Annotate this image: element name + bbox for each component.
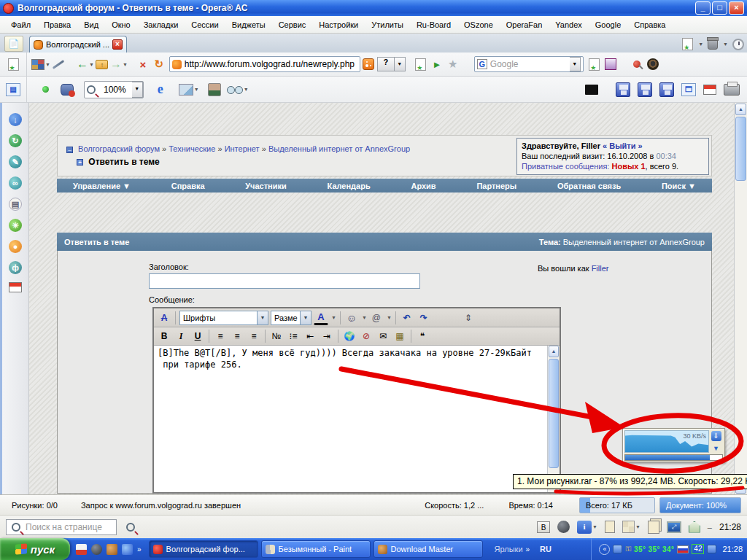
- new-page-icon[interactable]: 📄: [4, 36, 23, 52]
- align-center-icon[interactable]: ≡: [230, 329, 244, 343]
- menu-view[interactable]: Вид: [77, 18, 105, 31]
- panel-bookmark-icon[interactable]: [8, 58, 19, 71]
- ie-icon[interactable]: e: [152, 82, 169, 98]
- menu-help[interactable]: Справка: [627, 18, 672, 31]
- window-help-icon[interactable]: 🗔: [681, 83, 696, 96]
- offline-globe-icon[interactable]: [557, 521, 570, 533]
- panel-toggle-icon[interactable]: [703, 85, 716, 95]
- smiley-icon[interactable]: ☺: [344, 311, 359, 325]
- images-mode-icon[interactable]: ▼: [179, 82, 199, 98]
- home-icon[interactable]: [689, 521, 700, 533]
- editor-scrollbar[interactable]: ▲: [547, 346, 560, 492]
- underline-icon[interactable]: U: [190, 329, 205, 343]
- tray-monitor-icon[interactable]: [707, 545, 716, 553]
- font-color-icon[interactable]: A: [314, 311, 328, 325]
- menu-ruboard[interactable]: Ru-Board: [410, 18, 457, 31]
- pencil-icon[interactable]: [50, 56, 66, 72]
- italic-icon[interactable]: I: [174, 329, 188, 343]
- star-icon[interactable]: ★: [445, 56, 461, 72]
- task-paint[interactable]: Безымянный - Paint: [261, 540, 371, 558]
- rss-icon[interactable]: [363, 58, 374, 70]
- author-mode-glasses-icon[interactable]: ▼: [227, 82, 249, 98]
- save-icon-1[interactable]: [616, 82, 630, 97]
- expand-tree-icon[interactable]: +: [77, 159, 83, 166]
- fullscreen-icon[interactable]: ⤢: [667, 521, 681, 533]
- nav-feedback[interactable]: Обратная связь: [557, 182, 621, 190]
- menu-window[interactable]: Окно: [105, 18, 137, 31]
- bookmark-page-icon[interactable]: [413, 56, 429, 72]
- breadcrumb-root[interactable]: Волгоградский форум: [78, 144, 160, 153]
- message-textarea[interactable]: [B]The B@T[/B], У меня всё гуд)))) Всегд…: [154, 346, 547, 492]
- thumbnails-icon[interactable]: ▼: [31, 56, 50, 72]
- username-link[interactable]: Filler: [592, 264, 609, 273]
- page-info-group[interactable]: i▼: [577, 521, 597, 534]
- search-panel-icon[interactable]: ф: [9, 261, 22, 274]
- menu-sessions[interactable]: Сессии: [185, 18, 225, 31]
- logout-link[interactable]: « Выйти »: [603, 141, 643, 150]
- chat-panel-icon[interactable]: ●: [9, 240, 22, 253]
- wallet-icon[interactable]: [603, 56, 619, 72]
- subject-input[interactable]: [149, 273, 420, 289]
- tray-collapse-icon[interactable]: «: [599, 544, 610, 555]
- nav-calendar[interactable]: Календарь: [328, 182, 371, 190]
- smiley-dropdown-icon[interactable]: ▼: [362, 315, 367, 320]
- attach-icon[interactable]: @: [369, 311, 384, 325]
- server-icon[interactable]: [59, 82, 75, 98]
- breadcrumb-section[interactable]: Технические: [169, 144, 215, 153]
- quicklaunch-overflow-icon[interactable]: »: [137, 545, 142, 553]
- scroll-up-icon[interactable]: ▲: [735, 104, 746, 115]
- pm-new-count[interactable]: Новых 1: [611, 162, 645, 171]
- nav-management[interactable]: Управление ▼: [73, 182, 131, 190]
- trash-icon[interactable]: [708, 39, 718, 50]
- address-field[interactable]: http://www.forum.volgograd.ru/newreply.p…: [169, 56, 360, 72]
- add-bookmark-icon[interactable]: [682, 38, 693, 50]
- up-directory-button[interactable]: ↑: [94, 56, 110, 72]
- outdent-icon[interactable]: ⇤: [303, 329, 317, 343]
- transfers-panel-icon[interactable]: ↻: [9, 134, 22, 147]
- align-right-icon[interactable]: ≡: [247, 329, 261, 343]
- duplicate-page-icon[interactable]: [648, 521, 659, 534]
- menu-yandex[interactable]: Yandex: [549, 18, 589, 31]
- collapse-tree-icon[interactable]: –: [66, 147, 73, 153]
- task-opera[interactable]: Волгоградский фор...: [149, 540, 258, 558]
- menu-settings[interactable]: Настройки: [312, 18, 365, 31]
- quicklaunch-speaker-icon[interactable]: [91, 544, 102, 555]
- block-content-icon[interactable]: B: [537, 521, 550, 533]
- notes-panel-icon[interactable]: ▤: [6, 83, 20, 96]
- find-input[interactable]: Поиск на странице: [6, 519, 117, 535]
- menu-bookmarks[interactable]: Закладки: [137, 18, 185, 31]
- stop-button[interactable]: ×: [135, 56, 151, 72]
- tray-network-icon[interactable]: [613, 545, 622, 553]
- bookmark-icon-2[interactable]: [587, 56, 603, 72]
- nav-members[interactable]: Участники: [245, 182, 287, 190]
- search-field[interactable]: G Google ▼: [474, 56, 584, 72]
- downloads-panel-icon[interactable]: ↓: [9, 113, 22, 126]
- links-panel-icon[interactable]: ∞: [9, 176, 22, 190]
- menu-oszone[interactable]: OSzone: [457, 18, 500, 31]
- history-clock-icon[interactable]: [732, 39, 744, 50]
- menu-file[interactable]: Файл: [4, 18, 37, 31]
- back-button[interactable]: ←▼: [77, 56, 94, 72]
- minimize-button[interactable]: _: [695, 1, 711, 15]
- shortcuts-overflow-icon[interactable]: »: [526, 545, 530, 553]
- nav-partners[interactable]: Партнеры: [476, 182, 516, 190]
- menu-utilities[interactable]: Утилиты: [365, 18, 410, 31]
- go-button[interactable]: ►: [429, 56, 445, 72]
- print-icon[interactable]: [724, 84, 740, 96]
- download-master-icon[interactable]: ⇓: [711, 431, 721, 441]
- pages-panel-icon[interactable]: ▤: [9, 198, 22, 211]
- eye-icon[interactable]: [645, 56, 661, 72]
- remove-link-icon[interactable]: ⊘: [359, 329, 374, 343]
- tray-flag-icon[interactable]: [677, 545, 689, 553]
- pm-link[interactable]: Приватные сообщения:: [522, 162, 609, 171]
- nav-help[interactable]: Справка: [171, 182, 205, 190]
- scroll-up-icon[interactable]: ▲: [549, 346, 559, 357]
- size-select[interactable]: Разме▼: [271, 311, 311, 325]
- shortcuts-toolbar[interactable]: Ярлыки: [495, 545, 523, 553]
- find-button-icon[interactable]: [126, 523, 135, 532]
- bullet-list-icon[interactable]: ⁝≡: [286, 329, 301, 343]
- insert-image-icon[interactable]: ▦: [392, 329, 407, 343]
- color-dropdown-icon[interactable]: ▼: [331, 315, 336, 320]
- close-button[interactable]: ×: [729, 1, 744, 15]
- widgets-panel-icon[interactable]: ✳: [9, 219, 22, 232]
